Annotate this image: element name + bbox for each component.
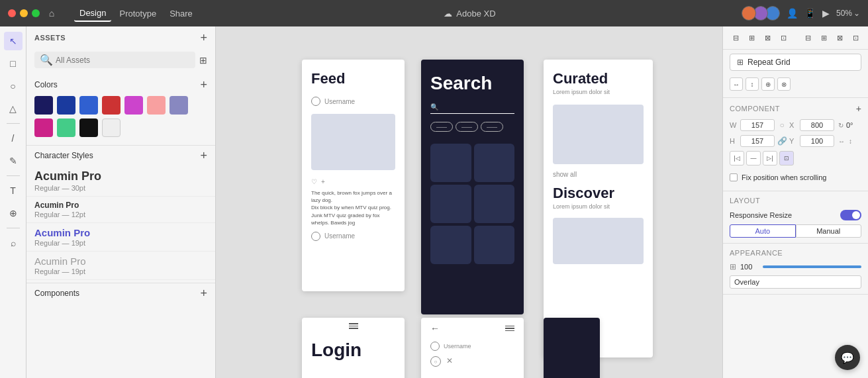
y-input[interactable] xyxy=(800,135,834,147)
search-box[interactable]: 🔍 xyxy=(34,52,195,68)
color-swatch[interactable] xyxy=(147,96,166,115)
chat-button[interactable]: 💬 xyxy=(835,345,860,370)
feed-username: Username xyxy=(324,98,355,105)
align-left-icon[interactable]: ⊟ xyxy=(728,30,743,45)
inner-align-left[interactable]: |◁ xyxy=(730,151,744,165)
responsive-resize-toggle[interactable] xyxy=(840,210,861,220)
tab-share[interactable]: Share xyxy=(164,6,198,21)
search-input[interactable] xyxy=(56,56,190,65)
w-input[interactable] xyxy=(740,119,775,131)
distribute-h-icon[interactable]: ⊡ xyxy=(776,30,791,45)
copy-h-icon[interactable]: ↔ xyxy=(730,77,743,91)
play-icon[interactable]: ▶ xyxy=(822,8,830,19)
manual-button[interactable]: Manual xyxy=(796,224,862,238)
triangle-tool[interactable]: △ xyxy=(4,99,23,118)
color-swatch[interactable] xyxy=(169,96,188,115)
h-y-row: H 🔗 Y ↔ ↕ xyxy=(730,135,861,147)
canvas[interactable]: Feed Username ♡ + The quick, brown fox j… xyxy=(216,26,722,378)
repeat-grid-button[interactable]: ⊞ Repeat Grid xyxy=(730,54,861,71)
search-grid-item xyxy=(430,226,471,264)
opacity-slider[interactable] xyxy=(763,265,861,268)
device-icon[interactable]: 📱 xyxy=(804,8,816,19)
colors-header: Colors + xyxy=(26,76,215,96)
style-name: Acumin Pro xyxy=(34,201,207,210)
color-swatch[interactable] xyxy=(57,118,75,137)
message-close-icon[interactable]: ✕ xyxy=(446,356,453,367)
zoom-tool[interactable]: ⌕ xyxy=(4,234,23,252)
search-pill-1[interactable]: —— xyxy=(430,122,453,132)
auto-button[interactable]: Auto xyxy=(730,224,796,238)
style-item[interactable]: Acumin Pro Regular — 19pt xyxy=(26,223,215,252)
message-username: Username xyxy=(444,343,471,350)
components-add-button[interactable]: + xyxy=(200,287,207,299)
search-grid-item xyxy=(430,144,471,182)
maximize-button[interactable] xyxy=(32,9,40,17)
component-add-icon[interactable]: + xyxy=(856,103,861,114)
color-swatch[interactable] xyxy=(79,118,98,137)
back-arrow-icon[interactable]: ← xyxy=(430,323,440,334)
ungroup-icon[interactable]: ⊗ xyxy=(777,77,791,91)
select-tool[interactable]: ↖ xyxy=(4,32,23,50)
home-icon[interactable]: ⌂ xyxy=(45,7,58,20)
repeat-grid-icon: ⊞ xyxy=(737,58,744,67)
titlebar: ⌂ Design Prototype Share ☁ Adobe XD 👤 📱 … xyxy=(0,0,868,26)
align-center-v-icon[interactable]: ⊞ xyxy=(816,30,831,45)
x-input[interactable] xyxy=(800,119,834,131)
rotate-icon[interactable]: ↻ xyxy=(838,122,844,129)
left-panel: ASSETS + 🔍 ⊞ Colors + xyxy=(26,26,216,378)
close-button[interactable] xyxy=(8,9,16,17)
appearance-section: APPEARANCE ⊞ 100 Overlay Normal Multiply… xyxy=(723,244,868,295)
pen-tool[interactable]: / xyxy=(4,129,23,148)
search-pill-2[interactable]: —— xyxy=(456,122,478,132)
copy-v-icon[interactable]: ↕ xyxy=(746,77,759,91)
inner-align-fill[interactable]: ⊡ xyxy=(779,151,794,165)
blend-mode-select[interactable]: Overlay Normal Multiply Screen xyxy=(730,275,861,289)
inner-align-right[interactable]: ▷| xyxy=(763,151,777,165)
ham-line xyxy=(505,328,514,329)
opacity-fill xyxy=(763,265,861,268)
tab-prototype[interactable]: Prototype xyxy=(114,6,162,21)
minimize-button[interactable] xyxy=(20,9,28,17)
color-swatch[interactable] xyxy=(34,96,53,115)
zoom-control[interactable]: 50% ⌄ xyxy=(836,9,860,18)
inner-align-center[interactable]: — xyxy=(746,151,761,165)
rectangle-tool[interactable]: □ xyxy=(4,54,23,73)
color-swatch[interactable] xyxy=(124,96,143,115)
flip-h-icon[interactable]: ↔ xyxy=(838,138,845,145)
distribute-v-icon[interactable]: ⊡ xyxy=(848,30,863,45)
fix-position-checkbox[interactable] xyxy=(730,173,738,181)
align-bottom-icon[interactable]: ⊠ xyxy=(832,30,847,45)
h-input[interactable] xyxy=(740,135,775,147)
character-styles-add-button[interactable]: + xyxy=(200,150,207,162)
style-item[interactable]: Acumin Pro Regular — 19pt xyxy=(26,252,215,280)
assets-add-button[interactable]: + xyxy=(200,32,207,44)
share-icon[interactable]: 👤 xyxy=(787,8,798,19)
color-swatch[interactable] xyxy=(57,96,75,115)
align-right-icon[interactable]: ⊠ xyxy=(760,30,775,45)
search-pill-3[interactable]: —— xyxy=(481,122,503,132)
tab-design[interactable]: Design xyxy=(74,5,111,22)
color-swatch[interactable] xyxy=(34,118,53,137)
style-meta: Regular — 30pt xyxy=(34,184,207,192)
style-item[interactable]: Acumin Pro Regular — 30pt xyxy=(26,165,215,197)
color-swatch[interactable] xyxy=(102,96,121,115)
align-center-h-icon[interactable]: ⊞ xyxy=(744,30,759,45)
discover-subtitle: Lorem ipsum dolor sit xyxy=(544,203,653,215)
comment-icon: + xyxy=(321,178,325,185)
colors-add-button[interactable]: + xyxy=(200,79,207,91)
ellipse-tool[interactable]: ○ xyxy=(4,77,23,95)
component-tool[interactable]: ⊕ xyxy=(4,204,23,222)
paint-tool[interactable]: ✎ xyxy=(4,152,23,170)
grid-view-icon[interactable]: ⊞ xyxy=(199,55,207,66)
style-item[interactable]: Acumin Pro Regular — 12pt xyxy=(26,197,215,223)
flip-v-icon[interactable]: ↕ xyxy=(849,138,852,145)
search-magnify-icon: 🔍 xyxy=(430,103,438,111)
copy-both-icon[interactable]: ⊕ xyxy=(761,77,775,91)
color-swatch[interactable] xyxy=(102,118,121,137)
h-label: H xyxy=(730,137,738,145)
inner-align-row: |◁ — ▷| ⊡ xyxy=(730,151,861,165)
color-swatch[interactable] xyxy=(79,96,98,115)
show-all-link[interactable]: show all xyxy=(544,167,653,182)
text-tool[interactable]: T xyxy=(4,181,23,200)
align-top-icon[interactable]: ⊟ xyxy=(800,30,815,45)
